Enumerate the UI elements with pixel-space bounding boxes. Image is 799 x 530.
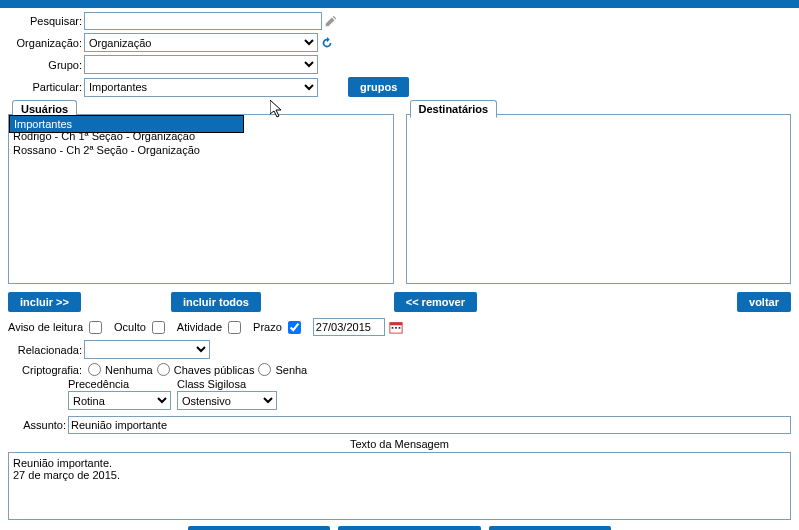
list-item[interactable]: Rossano - Ch 2ª Seção - Organização xyxy=(9,143,393,157)
anexar-documento-button[interactable]: anexar documento xyxy=(489,526,611,530)
msg-title: Texto da Mensagem xyxy=(8,438,791,450)
tab-destinatarios[interactable]: Destinatários xyxy=(410,100,498,118)
destinatarios-list[interactable] xyxy=(406,114,792,284)
destinatarios-column: Destinatários xyxy=(406,101,792,284)
main-container: Pesquisar: Organização: Organização Grup… xyxy=(0,8,799,530)
edit-icon[interactable] xyxy=(324,14,338,28)
usuarios-list[interactable]: Importantes Reinert - Ch 3ª Seção - Orga… xyxy=(8,114,394,284)
incluir-button[interactable]: incluir >> xyxy=(8,292,81,312)
grupo-label: Grupo: xyxy=(8,59,84,71)
relacionada-label: Relacionada: xyxy=(8,344,84,356)
voltar-button[interactable]: voltar xyxy=(737,292,791,312)
relacionada-select[interactable] xyxy=(84,340,210,359)
precedencia-select[interactable]: Rotina xyxy=(68,391,171,410)
atividade-checkbox[interactable] xyxy=(228,321,241,334)
particular-select[interactable]: Importantes xyxy=(84,78,318,97)
org-select[interactable]: Organização xyxy=(84,33,318,52)
atividade-label: Atividade xyxy=(177,321,222,333)
usuarios-column: Usuários Importantes Reinert - Ch 3ª Seç… xyxy=(8,101,394,284)
crypto-nenhuma-radio[interactable] xyxy=(88,363,101,376)
particular-dropdown-item[interactable]: Importantes xyxy=(9,115,244,133)
precedencia-header: Precedência xyxy=(68,378,171,390)
crypto-senha-radio[interactable] xyxy=(258,363,271,376)
oculto-checkbox[interactable] xyxy=(152,321,165,334)
assunto-label: Assunto: xyxy=(8,419,68,431)
oculto-label: Oculto xyxy=(114,321,146,333)
aviso-checkbox[interactable] xyxy=(89,321,102,334)
class-select[interactable]: Ostensivo xyxy=(177,391,277,410)
prazo-label: Prazo xyxy=(253,321,282,333)
aviso-label: Aviso de leitura xyxy=(8,321,83,333)
grupo-select[interactable] xyxy=(84,55,318,74)
crypto-chaves-radio[interactable] xyxy=(157,363,170,376)
msg-line: 27 de março de 2015. xyxy=(13,469,786,481)
svg-rect-1 xyxy=(390,323,402,326)
refresh-icon[interactable] xyxy=(320,36,334,50)
svg-rect-2 xyxy=(391,327,393,329)
crypto-label: Criptografia: xyxy=(8,364,84,376)
calendar-icon[interactable] xyxy=(389,320,403,334)
svg-rect-3 xyxy=(395,327,397,329)
crypto-nenhuma-label: Nenhuma xyxy=(105,364,153,376)
search-label: Pesquisar: xyxy=(8,15,84,27)
prazo-date-input[interactable] xyxy=(313,318,385,336)
prazo-checkbox[interactable] xyxy=(288,321,301,334)
incluir-todos-button[interactable]: incluir todos xyxy=(171,292,261,312)
search-input[interactable] xyxy=(84,12,322,30)
org-label: Organização: xyxy=(8,37,84,49)
particular-label: Particular: xyxy=(8,81,84,93)
top-bar xyxy=(0,0,799,8)
crypto-chaves-label: Chaves públicas xyxy=(174,364,255,376)
crypto-senha-label: Senha xyxy=(275,364,307,376)
ref-documento-button[interactable]: referenciar documento xyxy=(338,526,481,530)
msg-textarea[interactable]: Reunião importante. 27 de março de 2015. xyxy=(8,452,791,520)
class-header: Class Sigilosa xyxy=(177,378,277,390)
svg-rect-4 xyxy=(398,327,400,329)
msg-line: Reunião importante. xyxy=(13,457,786,469)
grupos-button[interactable]: grupos xyxy=(348,77,409,97)
assunto-input[interactable] xyxy=(68,416,791,434)
remover-button[interactable]: << remover xyxy=(394,292,477,312)
ref-mensagem-button[interactable]: referenciar mensagem xyxy=(188,526,329,530)
